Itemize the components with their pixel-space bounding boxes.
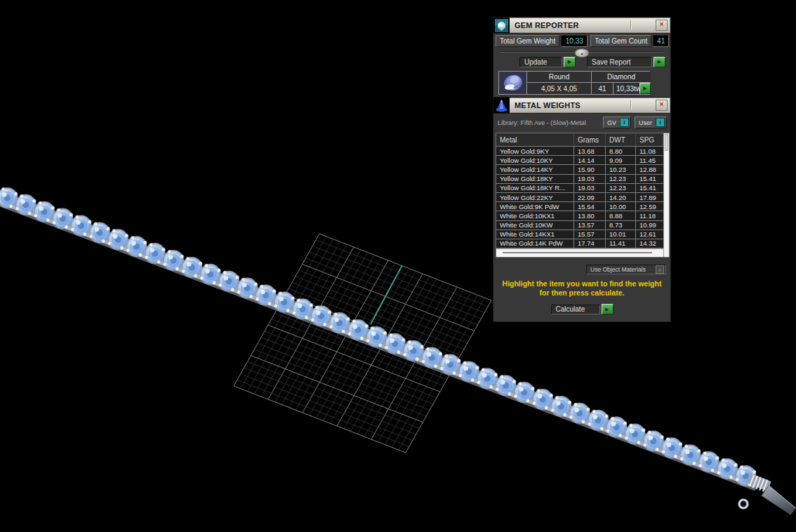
horizontal-scrollbar-thumb[interactable] <box>503 252 652 253</box>
column-header[interactable]: SPG <box>636 133 663 146</box>
library-row: Library: Fifth Ave - (Slow)-Metal GV I U… <box>498 117 667 128</box>
column-header[interactable]: DWT <box>606 133 636 146</box>
user-library-button[interactable]: User I <box>635 117 667 128</box>
table-cell: 9.09 <box>606 156 635 164</box>
total-gem-weight-value: 10,33 <box>561 35 588 47</box>
table-cell: 10.00 <box>606 202 635 211</box>
table-row[interactable]: White Gold:14KX115.5710.0112.61 <box>496 230 663 239</box>
gem-reporter-icon <box>493 18 510 33</box>
calculate-button[interactable]: Calculate <box>551 305 600 314</box>
gem-thumbnail <box>499 72 526 94</box>
table-cell: 12.61 <box>636 230 663 239</box>
use-object-materials-label: Use Object Materials <box>590 266 646 273</box>
instruction-line1: Highlight the item you want to find the … <box>496 279 668 288</box>
gem-actions-row: Update ▶ Save Report ▶ <box>519 56 669 67</box>
gv-info-icon[interactable]: I <box>620 118 629 127</box>
total-gem-weight-label: Total Gem Weight <box>496 35 559 47</box>
total-gem-count-value: 41 <box>653 35 669 47</box>
table-cell: 10.01 <box>606 230 635 239</box>
table-cell: 17.74 <box>574 239 605 248</box>
gem-weight-cell: 10,33tw ▶ <box>613 83 651 94</box>
gv-button-label: GV <box>607 119 616 126</box>
collapse-arrow-icon: ▲ <box>581 51 584 55</box>
gem-material-header: Diamond <box>592 72 651 82</box>
user-info-icon[interactable]: I <box>656 118 665 127</box>
table-row[interactable]: White Gold:10KX113.808.8811.18 <box>496 211 663 220</box>
table-cell: 8.80 <box>606 147 635 155</box>
save-report-run-button[interactable]: ▶ <box>654 57 665 67</box>
vertical-scrollbar-thumb[interactable] <box>665 134 668 151</box>
gem-size-value: 4,05 X 4,05 <box>527 83 591 94</box>
gem-weight-value: 10,33tw <box>616 85 641 93</box>
table-cell: Yellow Gold:9KY <box>496 147 573 155</box>
table-cell: 11.08 <box>636 147 663 155</box>
table-cell: White Gold:14K PdW <box>496 239 573 248</box>
table-cell: White Gold:9K PdW <box>496 202 573 211</box>
gv-library-button[interactable]: GV I <box>603 117 631 128</box>
titlebar-groove <box>630 100 632 110</box>
table-row[interactable]: Yellow Gold:10KY14.149.0911.45 <box>496 156 663 164</box>
table-row[interactable]: Yellow Gold:22KY22.0914.2017.89 <box>496 193 663 201</box>
gem-stats-row: Total Gem Weight 10,33 Total Gem Count 4… <box>496 35 669 47</box>
use-object-materials-button[interactable]: Use Object Materials ○ <box>586 265 666 274</box>
titlebar-surface: GEM REPORTER × <box>510 18 670 33</box>
titlebar-groove <box>630 20 632 30</box>
table-row[interactable]: Yellow Gold:9KY13.688.8011.08 <box>496 147 663 155</box>
table-cell: 19.03 <box>574 175 605 183</box>
metal-weights-table[interactable]: MetalGramsDWTSPG Yellow Gold:9KY13.688.8… <box>496 133 670 258</box>
table-cell: Yellow Gold:18KY <box>496 175 573 183</box>
cplane-axis-line <box>371 265 402 324</box>
save-report-button[interactable]: Save Report <box>587 57 652 67</box>
instruction-text: Highlight the item you want to find the … <box>496 279 668 298</box>
table-cell: 11.45 <box>636 156 663 164</box>
table-cell: 12.23 <box>606 184 635 192</box>
gem-count-value: 41 <box>592 83 613 94</box>
column-header[interactable]: Grams <box>574 133 606 146</box>
table-cell: White Gold:10KW <box>496 221 573 230</box>
table-row[interactable]: Yellow Gold:14KY15.9010.2312.88 <box>496 165 663 173</box>
radio-icon[interactable]: ○ <box>656 265 664 274</box>
table-cell: White Gold:14KX1 <box>496 230 573 239</box>
cad-application-window: GEM REPORTER × Total Gem Weight 10,33 To… <box>0 0 796 532</box>
table-cell: 17.89 <box>636 193 663 201</box>
close-icon[interactable]: × <box>656 100 668 111</box>
horizontal-scrollbar[interactable] <box>496 248 663 257</box>
table-cell: Yellow Gold:14KY <box>496 165 573 173</box>
update-run-button[interactable]: ▶ <box>564 57 576 67</box>
table-row[interactable]: White Gold:14K PdW17.7411.4114.32 <box>496 239 663 248</box>
column-header[interactable]: Metal <box>496 133 574 146</box>
table-cell: 15.41 <box>636 184 663 192</box>
table-cell: 13.80 <box>574 211 605 220</box>
table-cell: 15.90 <box>574 165 605 173</box>
table-cell: 13.68 <box>574 147 605 155</box>
metal-weights-titlebar[interactable]: METAL WEIGHTS × <box>493 98 670 114</box>
table-cell: 11.41 <box>606 239 635 248</box>
table-row[interactable]: Yellow Gold:18KY19.0312.2315.41 <box>496 175 663 183</box>
titlebar-surface: METAL WEIGHTS × <box>510 98 670 113</box>
play-icon: ▶ <box>605 307 609 312</box>
total-gem-count-label: Total Gem Count <box>590 35 651 47</box>
metal-weights-panel: METAL WEIGHTS × Library: Fifth Ave - (Sl… <box>493 98 670 321</box>
table-row[interactable]: White Gold:9K PdW15.5410.0012.59 <box>496 202 663 211</box>
table-cell: 22.09 <box>574 193 605 201</box>
play-icon: ▶ <box>658 59 661 65</box>
calculate-row: Calculate ▶ <box>493 304 670 314</box>
vertical-scrollbar[interactable] <box>663 133 669 257</box>
table-cell: 8.88 <box>606 211 635 220</box>
table-header-row: MetalGramsDWTSPG <box>496 133 663 146</box>
table-row[interactable]: White Gold:10KW13.578.7310.99 <box>496 221 663 230</box>
gem-reporter-titlebar[interactable]: GEM REPORTER × <box>493 18 670 34</box>
table-cell: 8.73 <box>606 221 635 230</box>
table-row[interactable]: Yellow Gold:18KY R...19.0312.2315.41 <box>496 184 663 192</box>
table-cell: 13.57 <box>574 221 605 230</box>
table-cell: 10.99 <box>636 221 663 230</box>
viewport-3d[interactable] <box>0 0 796 532</box>
close-icon[interactable]: × <box>656 20 668 31</box>
gem-row-run-button[interactable]: ▶ <box>639 83 651 94</box>
calculate-run-button[interactable]: ▶ <box>602 304 613 314</box>
table-cell: Yellow Gold:18KY R... <box>496 184 573 192</box>
update-button[interactable]: Update <box>519 57 562 67</box>
panel-title: METAL WEIGHTS <box>510 101 581 109</box>
bracelet-clasp[interactable] <box>739 474 796 514</box>
gem-summary-table[interactable]: Round Diamond 4,05 X 4,05 41 10,33tw ▶ <box>498 71 650 95</box>
